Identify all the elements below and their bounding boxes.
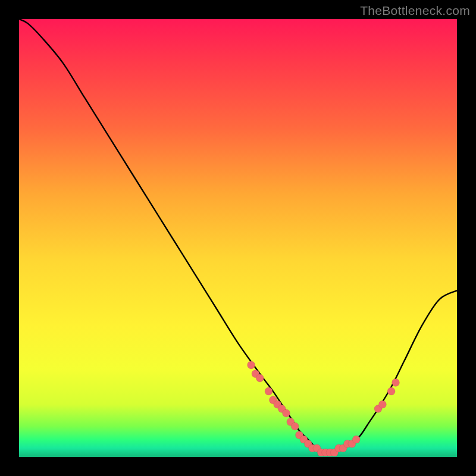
plot-area [19,19,457,457]
watermark-text: TheBottleneck.com [360,4,470,18]
marker-dot [256,374,264,382]
marker-dot [352,436,360,443]
marker-dot [248,361,255,369]
marker-dot [378,400,386,408]
marker-dots-group [248,361,400,456]
marker-dot [291,422,299,430]
marker-dot [387,387,395,395]
marker-dot [392,378,400,386]
chart-svg [19,19,457,457]
chart-stage: TheBottleneck.com [0,0,476,476]
marker-dot [283,409,290,417]
marker-dot [265,387,273,395]
